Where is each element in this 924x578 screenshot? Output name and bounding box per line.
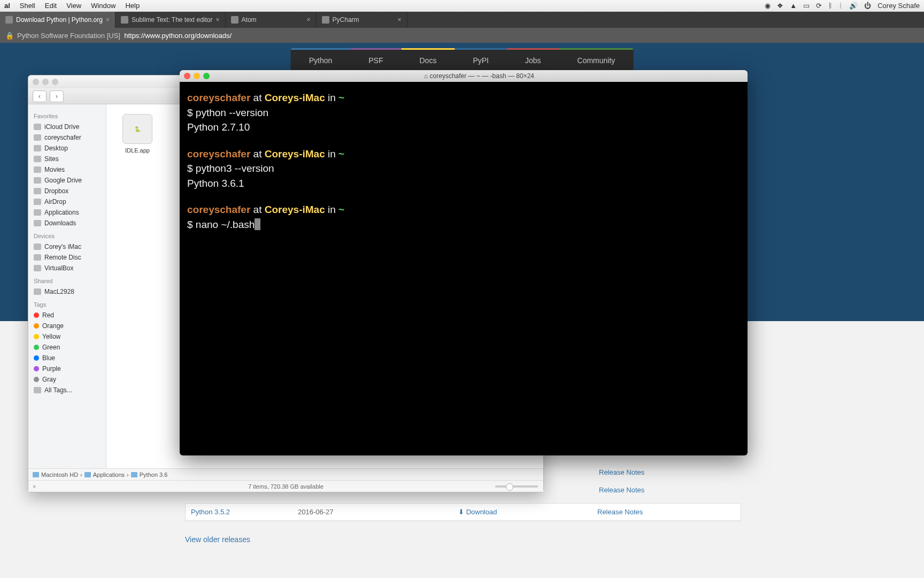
browser-tab[interactable]: Atom × xyxy=(226,12,317,28)
browser-tab-strip: Download Python | Python.org × Sublime T… xyxy=(0,12,924,28)
command-output: Python 3.6.1 xyxy=(187,176,740,191)
menu-window[interactable]: Window xyxy=(91,2,116,10)
sidebar-item-airdrop[interactable]: AirDrop xyxy=(32,196,103,207)
lock-icon: 🔒 xyxy=(5,32,14,40)
sidebar-tag-yellow[interactable]: Yellow xyxy=(32,331,103,342)
computer-icon xyxy=(34,288,41,295)
sidebar-tag-red[interactable]: Red xyxy=(32,310,103,321)
browser-url-bar[interactable]: 🔒 Python Software Foundation [US] https:… xyxy=(0,28,924,43)
release-notes-link[interactable]: Release Notes xyxy=(599,468,644,476)
close-icon[interactable]: × xyxy=(216,16,220,24)
nav-docs[interactable]: Docs xyxy=(401,48,455,71)
release-notes-link[interactable]: Release Notes xyxy=(597,508,735,516)
folder-icon xyxy=(34,188,41,194)
favicon-icon xyxy=(121,16,128,24)
traffic-max-icon[interactable] xyxy=(52,79,58,85)
favicon-icon xyxy=(231,16,238,24)
sidebar-item-movies[interactable]: Movies xyxy=(32,164,103,175)
download-link[interactable]: ⬇ Download xyxy=(458,508,597,516)
sidebar-item-remotedisc[interactable]: Remote Disc xyxy=(32,252,103,263)
sidebar-item-desktop[interactable]: Desktop xyxy=(32,143,103,154)
sidebar-item-home[interactable]: coreyschafer xyxy=(32,132,103,143)
sidebar-item-virtualbox[interactable]: VirtualBox xyxy=(32,263,103,273)
finder-sidebar: Favorites iCloud Drive coreyschafer Desk… xyxy=(28,104,106,468)
menu-help[interactable]: Help xyxy=(125,2,140,10)
release-notes-link[interactable]: Release Notes xyxy=(599,486,644,494)
dropbox-icon[interactable]: ❖ xyxy=(777,2,783,10)
tag-dot-icon xyxy=(34,355,39,361)
sidebar-item-dropbox[interactable]: Dropbox xyxy=(32,186,103,196)
sidebar-tag-purple[interactable]: Purple xyxy=(32,363,103,374)
nav-pypi[interactable]: PyPI xyxy=(455,48,507,71)
sidebar-tag-green[interactable]: Green xyxy=(32,342,103,353)
close-icon[interactable]: × xyxy=(106,16,110,24)
command-text: python --version xyxy=(196,107,268,118)
path-segment[interactable]: Python 3.6 xyxy=(131,471,168,478)
traffic-min-icon[interactable] xyxy=(194,73,200,79)
view-older-link[interactable]: View older releases xyxy=(185,535,250,544)
nav-jobs[interactable]: Jobs xyxy=(507,48,559,71)
terminal-output[interactable]: coreyschafer at Coreys-iMac in ~ $ pytho… xyxy=(180,82,748,455)
status-icon[interactable]: ◉ xyxy=(765,2,771,10)
icon-size-slider[interactable] xyxy=(495,485,538,488)
tag-dot-icon xyxy=(34,377,39,382)
bluetooth-icon[interactable]: ᛒ xyxy=(828,2,833,10)
tab-label: Atom xyxy=(242,16,257,24)
browser-tab[interactable]: Download Python | Python.org × xyxy=(0,12,116,28)
browser-tab[interactable]: Sublime Text: The text editor × xyxy=(116,12,226,28)
sidebar-item-gdrive[interactable]: Google Drive xyxy=(32,175,103,186)
nav-community[interactable]: Community xyxy=(559,48,634,71)
menu-shell[interactable]: Shell xyxy=(20,2,35,10)
finder-path-bar[interactable]: Macintosh HD› Applications› Python 3.6 xyxy=(28,468,543,480)
download-icon: ⬇ xyxy=(458,508,466,516)
wifi-icon[interactable]: ⧙ xyxy=(839,2,843,10)
traffic-close-icon[interactable] xyxy=(33,79,39,85)
menubar-user[interactable]: Corey Schafe xyxy=(877,2,920,10)
sidebar-tag-blue[interactable]: Blue xyxy=(32,353,103,363)
sidebar-tag-gray[interactable]: Gray xyxy=(32,374,103,385)
cloud-icon xyxy=(34,124,41,130)
nav-psf[interactable]: PSF xyxy=(350,48,401,71)
sidebar-item-sites[interactable]: Sites xyxy=(32,154,103,164)
menu-edit[interactable]: Edit xyxy=(45,2,57,10)
display-icon[interactable]: ▭ xyxy=(803,2,810,10)
release-version[interactable]: Python 3.5.2 xyxy=(191,508,298,516)
path-segment[interactable]: Applications xyxy=(84,471,125,478)
path-segment[interactable]: Macintosh HD xyxy=(33,471,78,478)
tab-label: PyCharm xyxy=(333,16,359,24)
terminal-window: ⌂ coreyschafer — ~ — -bash — 80×24 corey… xyxy=(180,70,748,455)
back-button[interactable]: ‹ xyxy=(33,90,47,102)
file-item-idle[interactable]: 🐍 IDLE.app xyxy=(116,114,159,154)
url-text: https://www.python.org/downloads/ xyxy=(124,32,232,40)
sidebar-item-downloads[interactable]: Downloads xyxy=(32,218,103,229)
release-table: Python 3.5.2 2016-06-27 ⬇ Download Relea… xyxy=(185,503,741,521)
file-label: IDLE.app xyxy=(116,147,159,154)
traffic-close-icon[interactable] xyxy=(184,73,190,79)
gdrive-icon[interactable]: ▲ xyxy=(790,2,797,10)
sidebar-item-applications[interactable]: Applications xyxy=(32,207,103,218)
close-icon[interactable]: × xyxy=(33,483,36,490)
gear-icon xyxy=(34,387,41,393)
folder-icon xyxy=(84,472,91,477)
close-icon[interactable]: × xyxy=(398,16,402,24)
browser-tab[interactable]: PyCharm × xyxy=(317,12,407,28)
sidebar-item-imac[interactable]: Corey's iMac xyxy=(32,241,103,252)
sidebar-item-shared[interactable]: MacL2928 xyxy=(32,286,103,297)
favicon-icon xyxy=(5,16,13,24)
sidebar-tag-orange[interactable]: Orange xyxy=(32,321,103,331)
prompt-user: coreyschafer xyxy=(187,92,250,103)
sidebar-item-icloud[interactable]: iCloud Drive xyxy=(32,121,103,132)
terminal-titlebar[interactable]: ⌂ coreyschafer — ~ — -bash — 80×24 xyxy=(180,70,748,82)
movies-icon xyxy=(34,166,41,173)
power-icon[interactable]: ⏻ xyxy=(864,2,871,10)
timemachine-icon[interactable]: ⟳ xyxy=(816,2,822,10)
nav-python[interactable]: Python xyxy=(291,48,351,71)
forward-button[interactable]: › xyxy=(50,90,64,102)
traffic-min-icon[interactable] xyxy=(42,79,49,85)
disc-icon xyxy=(34,254,41,261)
sidebar-all-tags[interactable]: All Tags... xyxy=(32,385,103,396)
volume-icon[interactable]: 🔊 xyxy=(849,2,858,10)
menu-view[interactable]: View xyxy=(66,2,81,10)
close-icon[interactable]: × xyxy=(307,16,311,24)
traffic-max-icon[interactable] xyxy=(203,73,210,79)
